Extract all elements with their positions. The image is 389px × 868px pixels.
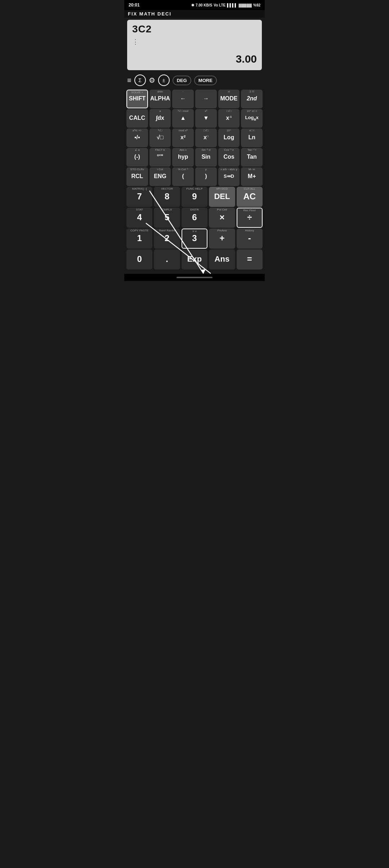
gear-icon[interactable]: ⚙: [149, 76, 155, 85]
ln-key[interactable]: e□ t Ln: [241, 128, 263, 147]
sigma-icon[interactable]: Σ: [134, 74, 146, 86]
cos-key[interactable]: Cos⁻¹ e Cos: [218, 148, 240, 167]
sd-key[interactable]: x a/b→ab/c y S⇔D: [218, 167, 240, 186]
alpha-key[interactable]: d/dx ALPHA: [149, 90, 171, 108]
key-5[interactable]: CMPLX 5: [154, 208, 180, 228]
up-arrow-key[interactable]: ³√□ mod ▲: [172, 109, 194, 128]
fraction-key[interactable]: aᵇ/c +/- ▪/▪: [126, 128, 148, 147]
x-squared-key[interactable]: mod x³ x²: [172, 128, 194, 147]
row-7: STAT 4 CMPLX 5 DISTR 6 Pol Ceil × Rec Fl…: [126, 208, 263, 228]
key-3[interactable]: π e 3: [182, 229, 207, 249]
left-arrow-key[interactable]: : ←: [172, 90, 194, 108]
key-0[interactable]: 0: [126, 249, 152, 270]
mode-bar: FIX MATH DECI: [124, 10, 265, 18]
vo-lte-icon: Vo LTE: [214, 3, 225, 7]
calc-key[interactable]: CALC: [126, 109, 148, 128]
display-expression: 3C2: [132, 23, 257, 35]
multiply-key[interactable]: Pol Ceil ×: [209, 208, 235, 228]
keypad: SOLVE = SHIFT d/dx ALPHA : ← → x! MODE Σ…: [124, 88, 265, 272]
equals-key[interactable]: =: [237, 249, 263, 270]
degree-key[interactable]: FACT b °'": [149, 148, 171, 167]
key-4[interactable]: STAT 4: [126, 208, 152, 228]
log-key[interactable]: 10ˣ Log: [218, 128, 240, 147]
time: 20:01: [129, 3, 140, 8]
right-arrow-key[interactable]: →: [195, 90, 217, 108]
open-paren-key[interactable]: % Cot⁻¹ (: [172, 167, 194, 186]
nav-bar-indicator: [176, 277, 213, 278]
decimal-key[interactable]: .: [154, 249, 180, 270]
key-2[interactable]: Ran# RanInt 2: [154, 229, 180, 249]
calculator-display: 3C2 ⋮ 3.00: [127, 20, 262, 70]
key-9[interactable]: FUNC HELP 9: [182, 187, 207, 207]
pm-icon[interactable]: ±: [158, 74, 170, 86]
key-7[interactable]: MATRIX[:::] 7: [126, 187, 152, 207]
2nd-key[interactable]: Σ Π 2nd: [241, 90, 263, 108]
key-6[interactable]: DISTR 6: [182, 208, 207, 228]
toolbar: ≡ Σ ⚙ ± DEG MORE: [124, 72, 265, 88]
more-button[interactable]: MORE: [194, 76, 217, 85]
del-key[interactable]: nPr GCD DEL: [209, 187, 235, 207]
x-power-key[interactable]: □√□ x□: [195, 128, 217, 147]
mode-text: FIX MATH DECI: [128, 11, 171, 17]
minus-key[interactable]: History -: [237, 229, 263, 249]
deg-button[interactable]: DEG: [173, 76, 191, 85]
row-1: SOLVE = SHIFT d/dx ALPHA : ← → x! MODE Σ…: [126, 90, 263, 108]
ac-key[interactable]: CLR ALL AC: [237, 187, 263, 207]
integral-key[interactable]: a ∫dx: [149, 109, 171, 128]
tan-key[interactable]: Tan⁻¹ f Tan: [241, 148, 263, 167]
ans-key[interactable]: Ans: [209, 249, 235, 270]
row-8: COPY PASTE 1 Ran# RanInt 2 π e 3 PreAns …: [126, 229, 263, 249]
m-plus-key[interactable]: M- m M+: [241, 167, 263, 186]
signal-icon: ▌▌▌▌: [227, 3, 237, 7]
row-2: CALC a ∫dx ³√□ mod ▲ x³ ▼ □√□ x-1 10ˣ e□…: [126, 109, 263, 128]
row-3: aᵇ/c +/- ▪/▪ ³√□ √□ mod x³ x² □√□ x□ 10ˣ…: [126, 128, 263, 147]
sin-key[interactable]: Sin⁻¹ d Sin: [195, 148, 217, 167]
divide-key[interactable]: Rec Floor ÷: [237, 208, 263, 228]
key-8[interactable]: VECTOR 8: [154, 187, 180, 207]
exp-key[interactable]: Exp: [182, 249, 207, 270]
speed-indicator: 7.00 KB/S: [196, 3, 212, 7]
shift-key[interactable]: SOLVE = SHIFT: [126, 90, 148, 108]
menu-icon[interactable]: ≡: [127, 76, 131, 85]
sqrt-key[interactable]: ³√□ √□: [149, 128, 171, 147]
battery-icon: ▓▓▓▓▓: [239, 3, 252, 7]
x-inverse-key[interactable]: □√□ x-1: [218, 109, 240, 128]
bluetooth-icon: ✱: [191, 3, 194, 7]
hyp-key[interactable]: Abs c hyp: [172, 148, 194, 167]
battery-percent: %92: [253, 3, 260, 7]
row-4: ∠ a (-) FACT b °'" Abs c hyp Sin⁻¹ d Sin…: [126, 148, 263, 167]
display-dots: ⋮: [132, 38, 257, 46]
nav-bar: [124, 274, 265, 281]
key-1[interactable]: COPY PASTE 1: [126, 229, 152, 249]
log-base-key[interactable]: 10ˣ e□ t Logax: [241, 109, 263, 128]
close-paren-key[interactable]: y ): [195, 167, 217, 186]
row-6: MATRIX[:::] 7 VECTOR 8 FUNC HELP 9 nPr G…: [126, 187, 263, 207]
status-bar: 20:01 ✱ 7.00 KB/S Vo LTE ▌▌▌▌ ▓▓▓▓▓ %92: [124, 0, 265, 10]
negate-key[interactable]: ∠ a (-): [126, 148, 148, 167]
plus-key[interactable]: PreAns +: [209, 229, 235, 249]
row-5: STO CLRv RCL i Cot ENG % Cot⁻¹ ( y ) x a…: [126, 167, 263, 186]
mode-key[interactable]: x! MODE: [218, 90, 240, 108]
status-icons: ✱ 7.00 KB/S Vo LTE ▌▌▌▌ ▓▓▓▓▓ %92: [191, 3, 260, 7]
display-result: 3.00: [236, 53, 257, 65]
down-arrow-key[interactable]: x³ ▼: [195, 109, 217, 128]
eng-key[interactable]: i Cot ENG: [149, 167, 171, 186]
rcl-key[interactable]: STO CLRv RCL: [126, 167, 148, 186]
row-9: 0 . Exp Ans =: [126, 249, 263, 270]
